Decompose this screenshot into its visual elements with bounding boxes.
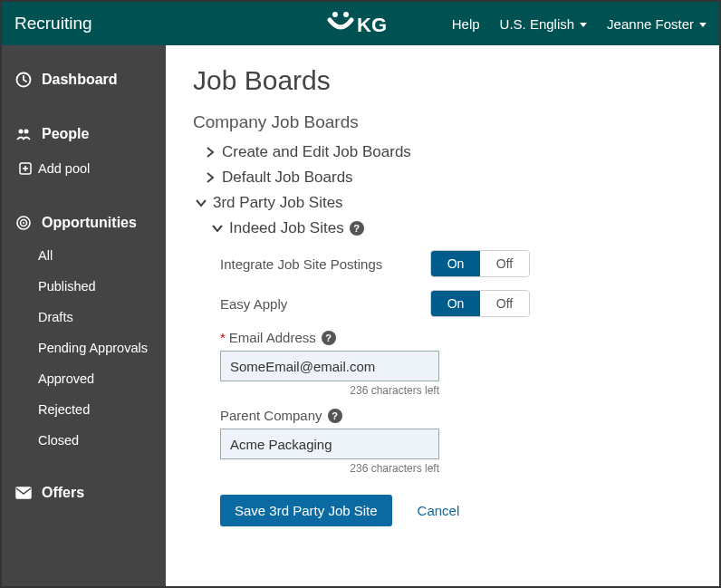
- svg-rect-10: [16, 487, 31, 498]
- ukg-logo: KG: [324, 9, 397, 38]
- sidebar-item-opportunities[interactable]: Opportunities: [2, 208, 166, 237]
- integrate-label: Integrate Job Site Postings: [220, 256, 430, 272]
- easy-apply-toggle[interactable]: On Off: [430, 290, 530, 317]
- target-icon: [14, 214, 33, 232]
- chevron-right-icon: [202, 172, 218, 183]
- toggle-on[interactable]: On: [431, 251, 480, 276]
- sidebar-item-opp-all[interactable]: All: [2, 243, 166, 268]
- envelope-icon: [14, 484, 33, 502]
- section-company-boards: Company Job Boards: [193, 112, 692, 132]
- sidebar-label: People: [42, 126, 89, 142]
- sidebar-label: Opportunities: [42, 215, 137, 231]
- easy-apply-label: Easy Apply: [220, 296, 430, 312]
- chevron-down-icon: [209, 224, 226, 233]
- help-icon[interactable]: ?: [350, 221, 364, 236]
- sidebar-label: Dashboard: [42, 72, 118, 88]
- svg-point-5: [24, 130, 29, 134]
- svg-point-0: [332, 12, 338, 17]
- cancel-link[interactable]: Cancel: [418, 503, 460, 518]
- email-label: Email Address: [229, 330, 316, 345]
- save-button[interactable]: Save 3rd Party Job Site: [220, 495, 392, 526]
- sidebar-item-add-pool[interactable]: Add pool: [2, 154, 166, 183]
- sidebar-item-people[interactable]: People: [2, 120, 166, 149]
- toggle-off[interactable]: Off: [480, 251, 529, 276]
- toggle-on[interactable]: On: [431, 291, 480, 316]
- locale-dropdown[interactable]: U.S. English: [500, 16, 588, 32]
- sidebar-item-offers[interactable]: Offers: [2, 478, 166, 507]
- help-icon[interactable]: ?: [322, 331, 336, 345]
- svg-point-9: [23, 222, 24, 224]
- svg-point-4: [19, 130, 24, 134]
- main-content: Job Boards Company Job Boards Create and…: [166, 45, 719, 586]
- sidebar-item-opp-closed[interactable]: Closed: [2, 428, 166, 453]
- sidebar-item-dashboard[interactable]: Dashboard: [2, 65, 166, 94]
- top-bar: Recruiting KG Help U.S. English Jeanne F…: [2, 2, 719, 45]
- sidebar-item-opp-rejected[interactable]: Rejected: [2, 397, 166, 422]
- parent-company-label: Parent Company: [220, 408, 322, 423]
- plus-box-icon: [18, 159, 33, 178]
- collapsible-third-party[interactable]: 3rd Party Job Sites: [193, 194, 692, 212]
- svg-text:KG: KG: [357, 14, 387, 36]
- chevron-down-icon: [193, 198, 209, 207]
- user-menu[interactable]: Jeanne Foster: [607, 16, 707, 32]
- sidebar-item-opp-pending[interactable]: Pending Approvals: [2, 335, 166, 361]
- app-name: Recruiting: [14, 14, 92, 34]
- collapsible-default-boards[interactable]: Default Job Boards: [202, 169, 692, 187]
- sidebar: Dashboard People Add pool Opportunities …: [2, 45, 166, 586]
- page-title: Job Boards: [193, 65, 692, 96]
- svg-point-1: [343, 12, 349, 17]
- toggle-off[interactable]: Off: [480, 291, 529, 316]
- sidebar-label: Add pool: [38, 161, 90, 176]
- collapsible-create-edit[interactable]: Create and Edit Job Boards: [202, 143, 692, 161]
- email-chars-left: 236 characters left: [220, 384, 439, 397]
- collapsible-indeed[interactable]: Indeed Job Sites ?: [209, 219, 692, 237]
- help-icon[interactable]: ?: [328, 409, 342, 423]
- email-field[interactable]: [220, 351, 439, 381]
- parent-chars-left: 236 characters left: [220, 462, 439, 475]
- sidebar-item-opp-approved[interactable]: Approved: [2, 366, 166, 391]
- chevron-right-icon: [202, 147, 218, 158]
- clock-icon: [14, 71, 33, 89]
- sidebar-item-opp-published[interactable]: Published: [2, 274, 166, 299]
- people-icon: [14, 125, 33, 143]
- required-mark: *: [220, 330, 226, 345]
- sidebar-label: Offers: [42, 485, 84, 501]
- sidebar-item-opp-drafts[interactable]: Drafts: [2, 304, 166, 330]
- help-link[interactable]: Help: [452, 16, 480, 32]
- integrate-toggle[interactable]: On Off: [430, 250, 530, 277]
- parent-company-field[interactable]: [220, 429, 439, 459]
